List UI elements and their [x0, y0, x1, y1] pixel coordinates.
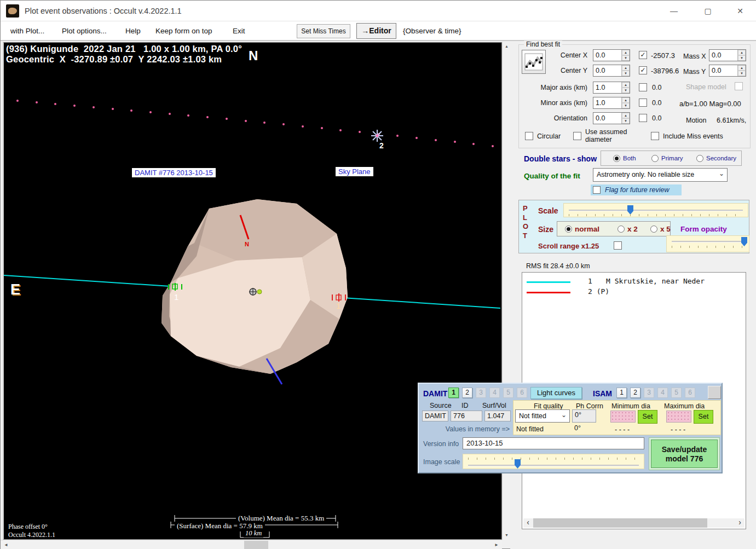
center-y-arrows[interactable]: ▲▼: [621, 65, 630, 76]
surfvol-field[interactable]: 1.047: [484, 411, 511, 421]
damit-slot-button-1[interactable]: 1: [448, 388, 459, 398]
asteroid-model[interactable]: [161, 199, 348, 374]
light-curves-button[interactable]: Light curves: [530, 387, 582, 399]
orientation-spinner[interactable]: 0.0 ▲▼: [593, 112, 630, 124]
set-min-dia-button[interactable]: Set: [638, 410, 657, 424]
flag-review-checkbox[interactable]: [593, 186, 601, 194]
major-axis-spinner[interactable]: 1.0 ▲▼: [593, 82, 630, 94]
size-x5-radio[interactable]: [650, 226, 657, 233]
editor-button[interactable]: →Editor: [356, 23, 396, 39]
use-assumed-checkbox[interactable]: [573, 132, 581, 140]
version-info-field[interactable]: 2013-10-15: [463, 437, 644, 449]
model-version-tag[interactable]: DAMIT #776 2013-10-15: [132, 168, 216, 177]
scroll-range-checkbox[interactable]: [614, 241, 622, 250]
spin-down-icon[interactable]: ▼: [622, 55, 630, 61]
center-y-value[interactable]: 0.0: [593, 65, 621, 76]
ph-corrn-field[interactable]: 0°: [572, 409, 596, 423]
menu-with-plot[interactable]: with Plot...: [10, 27, 44, 35]
include-miss-checkbox[interactable]: [651, 132, 659, 140]
extra-slot-button[interactable]: [708, 386, 721, 399]
close-button[interactable]: ✕: [724, 1, 756, 21]
min-dia-swatch[interactable]: [610, 411, 636, 423]
shape-model-checkbox[interactable]: [735, 82, 743, 90]
scroll-up-arrow[interactable]: ▲: [503, 42, 511, 51]
legend-horizontal-scrollbar[interactable]: ‹ ›: [523, 518, 745, 528]
major-axis-arrows[interactable]: ▲▼: [621, 82, 630, 93]
spin-down-icon[interactable]: ▼: [738, 71, 746, 76]
fit-x-checkbox[interactable]: ✓: [639, 51, 647, 59]
mass-x-value[interactable]: 0.0: [709, 50, 737, 61]
orientation-arrows[interactable]: ▲▼: [621, 113, 630, 124]
fit-orientation-checkbox[interactable]: [639, 114, 647, 122]
legend-scroll-left[interactable]: ‹: [523, 518, 533, 528]
plot-horizontal-scrollbar[interactable]: ◄ ►: [1, 540, 502, 549]
minor-axis-arrows[interactable]: ▲▼: [621, 97, 630, 108]
legend-row[interactable]: 1M Skrutskie, near Neder: [522, 277, 746, 287]
minimize-button[interactable]: —: [657, 1, 690, 21]
fit-minor-checkbox[interactable]: [639, 99, 647, 107]
isam-slot-button-1[interactable]: 1: [616, 388, 627, 398]
spin-up-icon[interactable]: ▲: [622, 97, 630, 103]
fit-major-checkbox[interactable]: [639, 83, 647, 91]
fit-y-checkbox[interactable]: ✓: [639, 66, 647, 74]
save-update-button[interactable]: Save/updatemodel 776: [649, 437, 720, 470]
scale-slider[interactable]: [563, 203, 748, 217]
radio-primary[interactable]: [651, 155, 659, 162]
center-x-spinner[interactable]: 0.0 ▲▼: [593, 49, 630, 61]
menu-help[interactable]: Help: [125, 27, 141, 35]
legend-row[interactable]: 2 (P): [522, 287, 746, 298]
center-x-arrows[interactable]: ▲▼: [621, 50, 630, 61]
spin-up-icon[interactable]: ▲: [622, 82, 630, 88]
scroll-down-arrow[interactable]: ▼: [503, 531, 511, 540]
spin-down-icon[interactable]: ▼: [622, 118, 630, 124]
legend-scroll-thumb[interactable]: [533, 518, 707, 528]
spin-down-icon[interactable]: ▼: [738, 55, 746, 61]
legend-scroll-right[interactable]: ›: [735, 518, 745, 528]
radio-both[interactable]: [613, 155, 620, 162]
center-y-spinner[interactable]: 0.0 ▲▼: [593, 65, 630, 77]
menu-exit[interactable]: Exit: [233, 27, 245, 35]
center-x-value[interactable]: 0.0: [593, 50, 621, 61]
spin-down-icon[interactable]: ▼: [622, 71, 630, 76]
scroll-left-arrow[interactable]: ◄: [2, 540, 10, 549]
radio-secondary[interactable]: [696, 155, 703, 162]
spin-up-icon[interactable]: ▲: [622, 113, 630, 118]
isam-slot-button-2[interactable]: 2: [630, 388, 640, 398]
minor-axis-spinner[interactable]: 1.0 ▲▼: [593, 97, 630, 109]
orientation-value[interactable]: 0.0: [593, 113, 621, 124]
spin-up-icon[interactable]: ▲: [738, 50, 746, 55]
size-normal-radio[interactable]: [565, 226, 572, 233]
spin-up-icon[interactable]: ▲: [622, 50, 630, 55]
scroll-thumb[interactable]: [244, 541, 268, 549]
damit-slot-button-2[interactable]: 2: [462, 388, 472, 398]
mass-y-value[interactable]: 0.0: [709, 65, 737, 76]
spin-down-icon[interactable]: ▼: [622, 88, 630, 93]
scale-slider-thumb[interactable]: [627, 205, 633, 215]
maximize-button[interactable]: ▢: [691, 1, 724, 21]
sky-plane-tag[interactable]: Sky Plane: [336, 167, 373, 176]
max-dia-swatch[interactable]: [666, 411, 691, 423]
size-x2-radio[interactable]: [618, 226, 625, 233]
menu-plot-options[interactable]: Plot options...: [62, 27, 107, 35]
set-miss-times-button[interactable]: Set Miss Times: [297, 24, 350, 38]
image-scale-slider[interactable]: [463, 454, 644, 469]
menu-keep-on-top[interactable]: Keep form on top: [155, 27, 212, 35]
mass-x-arrows[interactable]: ▲▼: [737, 50, 746, 61]
form-opacity-slider[interactable]: [666, 235, 749, 252]
set-max-dia-button[interactable]: Set: [694, 410, 713, 424]
save-update-button-face[interactable]: Save/updatemodel 776: [651, 440, 718, 468]
spin-down-icon[interactable]: ▼: [622, 103, 630, 108]
mass-y-arrows[interactable]: ▲▼: [737, 65, 746, 76]
image-scale-thumb[interactable]: [515, 459, 521, 469]
spin-up-icon[interactable]: ▲: [738, 65, 746, 71]
minor-axis-value[interactable]: 1.0: [593, 97, 621, 108]
quality-dropdown[interactable]: Astrometry only. No reliable size ⌄: [593, 168, 728, 182]
scroll-right-arrow[interactable]: ►: [492, 540, 501, 549]
spin-up-icon[interactable]: ▲: [622, 65, 630, 71]
major-axis-value[interactable]: 1.0: [593, 82, 621, 93]
circular-checkbox[interactable]: [525, 132, 533, 140]
opacity-slider-thumb[interactable]: [741, 237, 747, 246]
source-field[interactable]: DAMIT: [422, 411, 448, 421]
fit-quality-dropdown[interactable]: Not fitted ⌄: [515, 409, 570, 423]
id-field[interactable]: 776: [451, 411, 482, 421]
